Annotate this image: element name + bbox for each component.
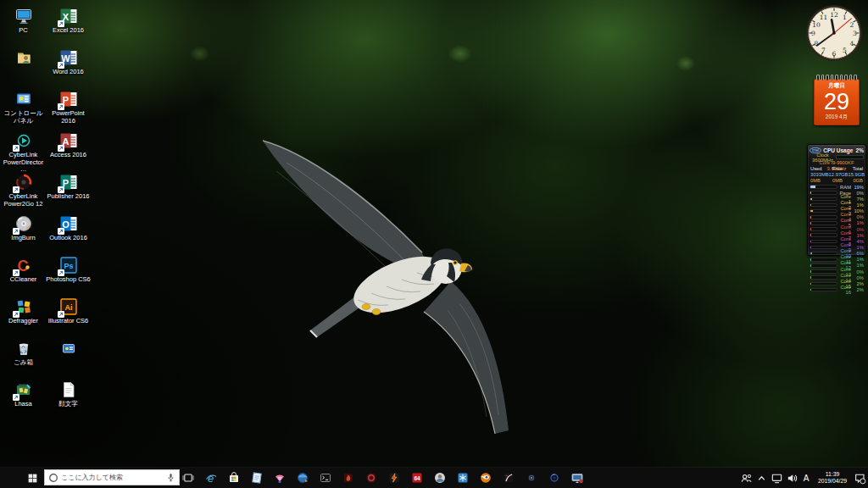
taskbar-icon-red-app-1[interactable] — [342, 471, 355, 485]
cpu-meter-row: Core 121% — [810, 263, 864, 269]
taskbar-icon-command-prompt[interactable] — [319, 471, 332, 485]
taskbar-icon-snowflake-app[interactable] — [456, 471, 470, 485]
svg-text:1: 1 — [843, 14, 847, 21]
meter-bar — [810, 263, 837, 268]
taskbar-icon-hwmonitor-64[interactable]: 64 — [410, 471, 424, 485]
microphone-icon[interactable] — [166, 473, 175, 482]
desktop-icon-lhasa[interactable]: Lhasa — [1, 374, 46, 415]
taskbar-icon-user-avatar-app[interactable] — [433, 471, 447, 485]
taskbar-search-box[interactable] — [44, 469, 180, 485]
shortcut-arrow-icon — [58, 145, 64, 152]
taskbar-icon-notepad[interactable] — [250, 471, 264, 485]
desktop-icon-kaomoji[interactable]: 顔文字 — [46, 374, 91, 415]
tray-clock[interactable]: 11:39 2019/04/29 — [814, 471, 851, 485]
desktop-icon-recycle-bin[interactable]: ごみ箱 — [1, 332, 46, 374]
cpu-meter-gadget[interactable]: intel CPU Usage 2% Clock 3600MHz Core i9… — [807, 144, 866, 256]
taskbar-icon-internet-explorer[interactable]: e — [204, 471, 218, 485]
speaker-icon[interactable] — [786, 472, 798, 485]
ime-indicator[interactable]: A — [801, 474, 811, 483]
taskbar-icon-blender[interactable] — [479, 471, 492, 485]
meter-label: RAM — [839, 185, 851, 190]
calendar-body: 月曜日 29 2019 4月 — [814, 79, 860, 125]
meter-bar — [810, 246, 837, 250]
calendar-year-month: 2019 4月 — [815, 114, 859, 121]
hidden-icons-chevron-icon[interactable] — [755, 472, 768, 485]
cpu-meter-row: Core 84% — [810, 238, 864, 244]
desktop-icon-ccleaner[interactable]: CCCleaner — [1, 249, 46, 291]
meter-value: 1% — [851, 220, 864, 225]
taskbar-icon-fan-app[interactable] — [273, 471, 287, 485]
taskbar-icon-hwinfo[interactable] — [387, 471, 401, 485]
cpu-meter-row: Page0% — [810, 190, 864, 196]
meter-bar — [810, 227, 837, 231]
cpu-meter-row: Core 71% — [810, 232, 864, 238]
taskbar-icon-dark-app[interactable] — [502, 471, 515, 485]
desktop-icon-label: CCleaner — [10, 276, 37, 284]
meter-bar — [810, 252, 837, 256]
calendar-gadget[interactable]: 月曜日 29 2019 4月 — [814, 73, 860, 125]
desktop-icon-defraggler[interactable]: Defraggler — [1, 291, 46, 332]
taskbar-icon-camera-app[interactable] — [525, 471, 538, 485]
meter-value: 10% — [851, 208, 864, 214]
taskbar-icon-display-app[interactable] — [570, 471, 584, 485]
desktop-icon-cyberlink-powerdirector[interactable]: CyberLink PowerDirector … — [1, 125, 46, 166]
desktop-icon-label: Lhasa — [14, 401, 31, 408]
desktop-icon-blue-panel[interactable] — [46, 332, 91, 374]
taskbar-icon-red-app-2[interactable] — [364, 471, 378, 485]
cyberlink-power2go-icon — [14, 173, 33, 191]
meter-bar — [810, 215, 837, 219]
svg-text:9: 9 — [811, 30, 815, 37]
meter-value: 0% — [851, 269, 864, 274]
desktop-icon-publisher-2016[interactable]: PPublisher 2016 — [46, 166, 91, 208]
desktop-icon-pc[interactable]: PC — [1, 0, 46, 42]
desktop-icon-photoshop-cs6[interactable]: PsPhotoshop CS6 — [46, 249, 91, 291]
meter-bar — [810, 275, 837, 280]
taskbar-icon-globe-app[interactable] — [296, 471, 309, 485]
desktop-icon-powerpoint-2016[interactable]: PPowerPoint 2016 — [46, 83, 91, 125]
action-center-icon[interactable] — [854, 472, 866, 485]
desktop-icon-label: CyberLink Power2Go 12 — [1, 193, 46, 208]
search-input[interactable] — [58, 474, 166, 481]
shortcut-arrow-icon — [58, 20, 64, 27]
outlook-2016-icon: O — [59, 214, 78, 233]
meter-label: Core 16 — [839, 285, 851, 295]
memory-column-headers: UsedFreeTotal — [810, 166, 864, 172]
desktop-icon-label: Publisher 2016 — [47, 193, 89, 201]
desktop-icon-access-2016[interactable]: AAccess 2016 — [46, 125, 91, 166]
svg-text:Ai: Ai — [64, 303, 72, 312]
clock-gadget[interactable]: 1212 345 678 91011 — [804, 3, 865, 64]
desktop-icon-word-2016[interactable]: WWord 2016 — [46, 42, 91, 83]
desktop-icon-label: PC — [19, 27, 27, 35]
cpu-meter-row: Core 40% — [810, 214, 864, 220]
taskbar-icon-task-view[interactable] — [181, 471, 195, 485]
desktop-icon-label: Word 2016 — [53, 69, 84, 76]
desktop-icon-outlook-2016[interactable]: OOutlook 2016 — [46, 208, 91, 249]
network-icon[interactable] — [771, 472, 783, 485]
meter-value: 2% — [851, 281, 864, 286]
meter-bar — [810, 240, 837, 244]
start-button[interactable] — [22, 468, 42, 488]
people-icon[interactable] — [740, 472, 753, 485]
desktop-icon-excel-2016[interactable]: XExcel 2016 — [46, 0, 91, 42]
cpu-usage-value: 2% — [856, 147, 864, 153]
taskbar-icon-lens-app[interactable] — [548, 471, 561, 485]
memory-values-row: 3033MB12.97GB15.9GB — [810, 172, 864, 178]
shortcut-arrow-icon — [13, 186, 19, 193]
desktop-icon-illustrator-cs6[interactable]: AiIllustrator CS6 — [46, 291, 91, 332]
meter-bar — [810, 203, 837, 208]
meter-value: 0% — [851, 227, 864, 232]
cpu-core-meters: RAM19%Page0%Core 17%Core 21%Core 310%Cor… — [810, 184, 864, 293]
desktop-icon-user-folder[interactable] — [1, 42, 46, 83]
desktop-icons-column-1: PCコントロール パネルCyberLink PowerDirector …Cyb… — [1, 0, 46, 415]
meter-value: 1% — [851, 202, 864, 208]
desktop-icon-label: Illustrator CS6 — [48, 318, 89, 325]
desktop-icon-control-panel[interactable]: コントロール パネル — [1, 83, 46, 125]
system-tray: A 11:39 2019/04/29 — [740, 468, 866, 488]
illustrator-cs6-icon: Ai — [59, 297, 78, 316]
desktop-icon-imgburn[interactable]: ImgBurn — [1, 208, 46, 249]
svg-text:11: 11 — [820, 14, 828, 21]
desktop-icon-label: Excel 2016 — [53, 27, 84, 35]
taskbar-icon-microsoft-store[interactable] — [227, 471, 241, 485]
shortcut-arrow-icon — [13, 228, 19, 235]
svg-text:2: 2 — [850, 21, 854, 29]
